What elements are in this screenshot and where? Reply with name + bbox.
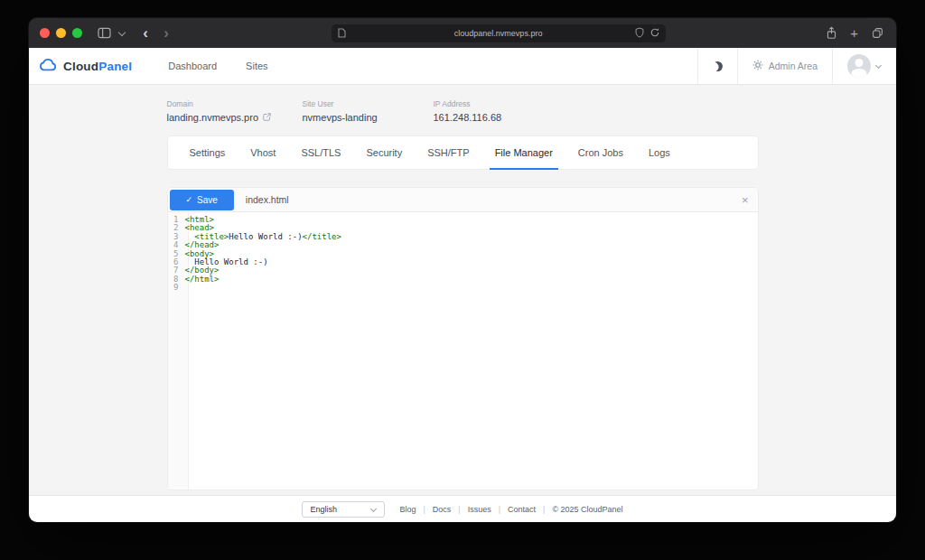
separator: | — [499, 505, 500, 514]
share-icon[interactable] — [823, 25, 839, 42]
gear-icon — [752, 58, 763, 74]
save-button-label: Save — [197, 195, 218, 205]
url-bar[interactable]: cloudpanel.nvmevps.pro — [332, 24, 666, 42]
page-icon — [338, 28, 346, 40]
code-line: 4</head> — [168, 241, 758, 249]
site-info: Domain landing.nvmevps.pro Site User nvm… — [167, 99, 759, 123]
tab-settings[interactable]: Settings — [177, 136, 238, 169]
new-tab-button[interactable]: + — [850, 25, 858, 41]
footer-link-blog[interactable]: Blog — [399, 505, 416, 514]
back-button[interactable]: ‹ — [138, 24, 153, 42]
domain-label: Domain — [167, 99, 303, 108]
separator: | — [423, 505, 425, 514]
external-link-icon[interactable] — [263, 112, 271, 123]
content-blocker-shield-icon[interactable] — [635, 27, 644, 40]
footer-copyright: © 2025 CloudPanel — [552, 505, 622, 514]
code-line: 1<html> — [168, 216, 758, 224]
footer-links: Blog | Docs | Issues | Contact | © 2025 … — [399, 505, 622, 514]
code-editor[interactable]: 1<html>2<head>3 <title>Hello World :-)</… — [168, 212, 758, 490]
sidebar-toggle-icon[interactable] — [96, 25, 112, 42]
close-icon[interactable]: × — [742, 194, 749, 206]
reload-icon[interactable] — [649, 27, 660, 40]
address-area: cloudpanel.nvmevps.pro — [173, 24, 823, 42]
url-text: cloudpanel.nvmevps.pro — [454, 29, 543, 38]
dark-mode-toggle[interactable] — [697, 48, 737, 84]
tab-ssl-tls[interactable]: SSL/TLS — [288, 136, 353, 169]
separator: | — [543, 505, 545, 514]
code-line: 7</body> — [168, 266, 758, 275]
nav-item-dashboard[interactable]: Dashboard — [155, 48, 229, 84]
ip-address-value: 161.248.116.68 — [434, 112, 502, 123]
nav-item-sites[interactable]: Sites — [233, 48, 280, 84]
code-line: 6 Hello World :-) — [168, 258, 758, 266]
header-right: Admin Area — [697, 48, 896, 84]
browser-toolbar: ‹ › cloudpanel.nvmevps.pro — [29, 18, 896, 48]
cloudpanel-logo[interactable]: CloudPanel — [29, 48, 132, 84]
admin-area-button[interactable]: Admin Area — [737, 48, 832, 84]
separator: | — [458, 505, 460, 514]
tab-logs[interactable]: Logs — [636, 136, 683, 169]
site-user-field: Site User nvmevps-landing — [303, 99, 434, 123]
tab-file-manager[interactable]: File Manager — [482, 136, 565, 169]
window-controls: ‹ › — [40, 24, 173, 42]
main-content: Domain landing.nvmevps.pro Site User nvm… — [29, 85, 896, 495]
editor-toolbar: ✓ Save index.html × — [168, 188, 758, 212]
moon-icon — [711, 60, 724, 72]
domain-value: landing.nvmevps.pro — [167, 112, 259, 123]
code-line: 9 — [168, 284, 758, 292]
site-tabs: Settings Vhost SSL/TLS Security SSH/FTP … — [167, 135, 759, 170]
tab-security[interactable]: Security — [353, 136, 415, 169]
tab-cron-jobs[interactable]: Cron Jobs — [565, 136, 636, 169]
app-header: CloudPanel Dashboard Sites Admin Area — [29, 48, 896, 85]
zoom-window-button[interactable] — [72, 28, 82, 38]
code-line: 3 <title>Hello World :-)</title> — [168, 233, 758, 241]
footer-link-issues[interactable]: Issues — [468, 505, 491, 514]
brand-name: CloudPanel — [63, 60, 132, 73]
admin-area-label: Admin Area — [769, 61, 818, 71]
tab-overview-icon[interactable] — [869, 25, 885, 42]
ip-address-field: IP Address 161.248.116.68 — [434, 99, 502, 123]
user-menu[interactable] — [832, 48, 896, 84]
ip-address-label: IP Address — [434, 99, 502, 108]
main-nav: Dashboard Sites — [155, 48, 280, 84]
footer-link-docs[interactable]: Docs — [433, 505, 452, 514]
close-window-button[interactable] — [40, 28, 50, 38]
check-icon: ✓ — [186, 195, 193, 204]
code-editor-lines: 1<html>2<head>3 <title>Hello World :-)</… — [168, 212, 758, 293]
filename-label: index.html — [246, 194, 289, 205]
tab-ssh-ftp[interactable]: SSH/FTP — [415, 136, 481, 169]
forward-button[interactable]: › — [159, 24, 173, 42]
chevron-down-icon — [876, 63, 882, 69]
footer-link-contact[interactable]: Contact — [508, 505, 536, 514]
language-value: English — [310, 505, 337, 514]
language-select[interactable]: English — [302, 501, 385, 518]
sidebar-chevron-icon[interactable] — [118, 30, 125, 36]
site-user-label: Site User — [303, 99, 434, 108]
chevron-down-icon — [371, 507, 377, 512]
save-button[interactable]: ✓ Save — [170, 190, 234, 210]
minimize-window-button[interactable] — [56, 28, 66, 38]
site-user-value: nvmevps-landing — [303, 112, 378, 123]
cloud-logo-icon — [38, 58, 58, 75]
file-editor: ✓ Save index.html × 1<html>2<head>3 <tit… — [167, 187, 759, 490]
domain-field: Domain landing.nvmevps.pro — [167, 99, 303, 123]
browser-window: ‹ › cloudpanel.nvmevps.pro — [29, 18, 896, 522]
avatar — [847, 54, 871, 78]
app-footer: English Blog | Docs | Issues | Contact |… — [29, 495, 896, 522]
line-number: 9 — [168, 284, 185, 292]
code-line: 8</html> — [168, 275, 758, 284]
toolbar-right: + — [823, 25, 885, 42]
tab-vhost[interactable]: Vhost — [238, 136, 288, 169]
